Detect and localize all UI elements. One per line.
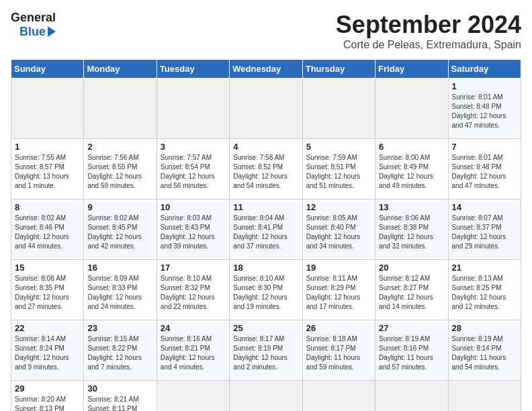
logo-arrow-icon [48, 26, 56, 37]
calendar-cell: 3Sunrise: 7:57 AMSunset: 8:54 PMDaylight… [157, 139, 229, 199]
logo-blue: Blue [19, 25, 46, 39]
location-subtitle: Corte de Peleas, Extremadura, Spain [336, 39, 521, 51]
day-info: Sunrise: 8:18 AMSunset: 8:17 PMDaylight:… [306, 334, 371, 372]
day-info: Sunrise: 8:16 AMSunset: 8:21 PMDaylight:… [161, 334, 226, 372]
calendar-cell: 6Sunrise: 8:00 AMSunset: 8:49 PMDaylight… [375, 139, 448, 199]
calendar-cell: 2Sunrise: 7:56 AMSunset: 8:55 PMDaylight… [84, 139, 157, 199]
day-number: 25 [233, 323, 298, 333]
calendar-cell: 7Sunrise: 8:01 AMSunset: 8:48 PMDaylight… [448, 139, 521, 199]
calendar-cell: 30Sunrise: 8:21 AMSunset: 8:11 PMDayligh… [84, 381, 157, 412]
calendar-cell: 20Sunrise: 8:12 AMSunset: 8:27 PMDayligh… [375, 260, 448, 320]
day-info: Sunrise: 8:02 AMSunset: 8:46 PMDaylight:… [15, 214, 80, 251]
calendar-cell [375, 381, 448, 412]
calendar-cell [230, 381, 302, 412]
day-number: 28 [452, 323, 517, 333]
day-number: 8 [15, 202, 80, 212]
day-info: Sunrise: 7:55 AMSunset: 8:57 PMDaylight:… [15, 153, 80, 191]
day-number: 22 [15, 323, 80, 333]
day-info: Sunrise: 7:59 AMSunset: 8:51 PMDaylight:… [306, 153, 371, 191]
day-number: 13 [379, 202, 444, 212]
logo-general: General [11, 11, 56, 25]
day-info: Sunrise: 8:01 AMSunset: 8:48 PMDaylight:… [452, 93, 517, 130]
calendar-cell: 18Sunrise: 8:10 AMSunset: 8:30 PMDayligh… [230, 260, 302, 320]
day-number: 29 [15, 383, 80, 394]
calendar-cell: 26Sunrise: 8:18 AMSunset: 8:17 PMDayligh… [302, 320, 375, 381]
day-number: 18 [233, 263, 298, 273]
calendar-cell [157, 381, 229, 412]
day-info: Sunrise: 8:13 AMSunset: 8:25 PMDaylight:… [452, 274, 517, 312]
day-info: Sunrise: 8:11 AMSunset: 8:29 PMDaylight:… [306, 274, 371, 312]
col-header-sunday: Sunday [11, 60, 84, 79]
calendar-cell [230, 79, 302, 139]
day-number: 14 [452, 202, 517, 212]
day-info: Sunrise: 8:04 AMSunset: 8:41 PMDaylight:… [233, 214, 298, 251]
calendar-cell [302, 381, 375, 412]
calendar-cell: 29Sunrise: 8:20 AMSunset: 8:13 PMDayligh… [11, 381, 84, 412]
col-header-tuesday: Tuesday [157, 60, 229, 79]
calendar-cell [84, 79, 157, 139]
day-info: Sunrise: 7:56 AMSunset: 8:55 PMDaylight:… [87, 153, 152, 191]
calendar-cell: 1Sunrise: 7:55 AMSunset: 8:57 PMDaylight… [11, 139, 84, 199]
calendar-cell: 5Sunrise: 7:59 AMSunset: 8:51 PMDaylight… [302, 139, 375, 199]
day-number: 9 [87, 202, 152, 212]
day-info: Sunrise: 8:15 AMSunset: 8:22 PMDaylight:… [87, 334, 152, 372]
day-info: Sunrise: 8:03 AMSunset: 8:43 PMDaylight:… [161, 214, 226, 251]
day-number: 20 [379, 263, 444, 273]
day-number: 12 [306, 202, 371, 212]
calendar-cell: 8Sunrise: 8:02 AMSunset: 8:46 PMDaylight… [11, 199, 84, 260]
day-number: 10 [161, 202, 226, 212]
day-info: Sunrise: 8:14 AMSunset: 8:24 PMDaylight:… [15, 334, 80, 372]
calendar-cell [302, 79, 375, 139]
day-number: 11 [233, 202, 298, 212]
day-number: 1 [452, 81, 517, 91]
page-header: General Blue September 2024 Corte de Pel… [11, 11, 521, 51]
day-info: Sunrise: 8:05 AMSunset: 8:40 PMDaylight:… [306, 214, 371, 251]
calendar-cell: 22Sunrise: 8:14 AMSunset: 8:24 PMDayligh… [11, 320, 84, 381]
calendar-cell [11, 79, 84, 139]
day-info: Sunrise: 8:06 AMSunset: 8:38 PMDaylight:… [379, 214, 444, 251]
day-info: Sunrise: 8:20 AMSunset: 8:13 PMDaylight:… [15, 395, 80, 411]
calendar-cell: 17Sunrise: 8:10 AMSunset: 8:32 PMDayligh… [157, 260, 229, 320]
day-info: Sunrise: 8:10 AMSunset: 8:32 PMDaylight:… [161, 274, 226, 312]
calendar-cell: 15Sunrise: 8:08 AMSunset: 8:35 PMDayligh… [11, 260, 84, 320]
day-number: 7 [452, 142, 517, 152]
calendar-cell: 27Sunrise: 8:19 AMSunset: 8:16 PMDayligh… [375, 320, 448, 381]
calendar-cell: 9Sunrise: 8:02 AMSunset: 8:45 PMDaylight… [84, 199, 157, 260]
col-header-monday: Monday [84, 60, 157, 79]
day-info: Sunrise: 8:17 AMSunset: 8:19 PMDaylight:… [233, 334, 298, 372]
calendar-cell: 4Sunrise: 7:58 AMSunset: 8:52 PMDaylight… [230, 139, 302, 199]
calendar-cell: 28Sunrise: 8:19 AMSunset: 8:14 PMDayligh… [448, 320, 521, 381]
calendar-cell: 11Sunrise: 8:04 AMSunset: 8:41 PMDayligh… [230, 199, 302, 260]
day-number: 27 [379, 323, 444, 333]
day-info: Sunrise: 7:58 AMSunset: 8:52 PMDaylight:… [233, 153, 298, 191]
day-number: 3 [161, 142, 226, 152]
calendar-cell: 14Sunrise: 8:07 AMSunset: 8:37 PMDayligh… [448, 199, 521, 260]
day-number: 6 [379, 142, 444, 152]
calendar-cell: 1Sunrise: 8:01 AMSunset: 8:48 PMDaylight… [448, 79, 521, 139]
day-number: 5 [306, 142, 371, 152]
calendar-cell [448, 381, 521, 412]
day-number: 19 [306, 263, 371, 273]
day-number: 15 [15, 263, 80, 273]
day-info: Sunrise: 8:19 AMSunset: 8:14 PMDaylight:… [452, 334, 517, 372]
day-info: Sunrise: 8:09 AMSunset: 8:33 PMDaylight:… [87, 274, 152, 312]
day-number: 2 [87, 142, 152, 152]
day-info: Sunrise: 8:12 AMSunset: 8:27 PMDaylight:… [379, 274, 444, 312]
day-info: Sunrise: 8:21 AMSunset: 8:11 PMDaylight:… [87, 395, 152, 411]
day-number: 16 [87, 263, 152, 273]
calendar-cell [157, 79, 229, 139]
calendar-cell: 24Sunrise: 8:16 AMSunset: 8:21 PMDayligh… [157, 320, 229, 381]
calendar-cell: 10Sunrise: 8:03 AMSunset: 8:43 PMDayligh… [157, 199, 229, 260]
day-info: Sunrise: 8:00 AMSunset: 8:49 PMDaylight:… [379, 153, 444, 191]
day-info: Sunrise: 8:02 AMSunset: 8:45 PMDaylight:… [87, 214, 152, 251]
day-number: 17 [161, 263, 226, 273]
calendar-cell: 13Sunrise: 8:06 AMSunset: 8:38 PMDayligh… [375, 199, 448, 260]
day-info: Sunrise: 8:01 AMSunset: 8:48 PMDaylight:… [452, 153, 517, 191]
calendar-cell: 19Sunrise: 8:11 AMSunset: 8:29 PMDayligh… [302, 260, 375, 320]
calendar-cell: 25Sunrise: 8:17 AMSunset: 8:19 PMDayligh… [230, 320, 302, 381]
day-info: Sunrise: 7:57 AMSunset: 8:54 PMDaylight:… [161, 153, 226, 191]
day-number: 4 [233, 142, 298, 152]
day-number: 30 [87, 383, 152, 394]
day-info: Sunrise: 8:10 AMSunset: 8:30 PMDaylight:… [233, 274, 298, 312]
day-info: Sunrise: 8:08 AMSunset: 8:35 PMDaylight:… [15, 274, 80, 312]
